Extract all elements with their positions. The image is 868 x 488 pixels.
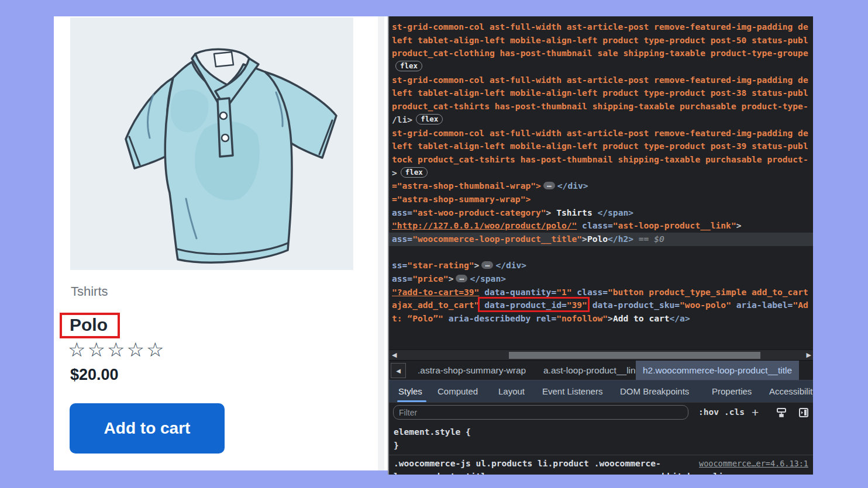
dom-tree-line[interactable] [389, 246, 813, 259]
dom-tree-line[interactable]: "http://127.0.0.1/woo/product/polo/" cla… [389, 219, 813, 233]
dom-tree-line-selected[interactable]: ass="woocommerce-loop-product__title">Po… [389, 233, 813, 246]
dom-tree-line[interactable]: left tablet-align-left mobile-align-left… [389, 140, 813, 153]
dom-tree-line[interactable]: ass="price">…</span> [389, 272, 813, 286]
dom-tree-line[interactable]: /li>flex [389, 113, 813, 127]
dom-tree-line[interactable]: left tablet-align-left mobile-align-left… [389, 86, 813, 100]
element-style-rule[interactable]: element.style { [394, 427, 471, 437]
dom-tree-line[interactable]: "?add-to-cart=39" data-quantity="1" clas… [389, 286, 813, 299]
dom-tree-line[interactable]: st-grid-common-col ast-full-width ast-ar… [389, 127, 813, 140]
breadcrumb-back-button[interactable]: ◀ [391, 363, 406, 378]
breadcrumb: ◀ .astra-shop-summary-wrapa.ast-loop-pro… [389, 360, 813, 380]
dom-tree-line[interactable]: tock product_cat-tshirts has-post-thumbn… [389, 153, 813, 167]
dom-tree-line[interactable]: >flex [389, 167, 813, 180]
clipped-css-line: loop-product__title -webkit-box-align [389, 471, 813, 475]
star-rating: ☆☆☆☆☆ [68, 338, 166, 361]
browser-page: Tshirts Polo ☆☆☆☆☆ $20.00 Add to cart [54, 16, 388, 470]
devtools-tabs: StylesComputedLayoutEvent ListenersDOM B… [389, 380, 813, 402]
dom-tree-line[interactable]: flex [389, 60, 813, 74]
element-style-close-brace: } [394, 440, 399, 450]
dom-tree: st-grid-common-col ast-full-width ast-ar… [389, 16, 813, 349]
scrollbar-thumb[interactable] [509, 352, 760, 359]
product-title-link[interactable]: Polo [70, 315, 108, 335]
tab-computed[interactable]: Computed [438, 380, 478, 403]
flex-badge[interactable]: flex [401, 167, 428, 178]
devtools-panel: st-grid-common-col ast-full-width ast-ar… [388, 16, 813, 475]
dom-tree-line[interactable]: left tablet-align-left mobile-align-left… [389, 34, 813, 47]
expand-children-ellipsis-button[interactable]: … [543, 182, 555, 189]
tab-styles[interactable]: Styles [398, 380, 422, 403]
filter-input[interactable] [393, 405, 688, 420]
breadcrumb-item[interactable]: .astra-shop-summary-wrap [411, 361, 533, 380]
new-style-rule-button[interactable]: + [752, 403, 759, 423]
toggle-element-classes-button[interactable]: .cls [724, 403, 745, 423]
breadcrumb-item[interactable]: h2.woocommerce-loop-product__title [636, 361, 799, 380]
horizontal-scrollbar[interactable]: ◀ ▶ [389, 349, 813, 360]
tab-properties[interactable]: Properties [712, 380, 752, 403]
dom-tree-line[interactable]: ="astra-shop-summary-wrap"> [389, 193, 813, 206]
styles-filter-bar: :hov .cls + [389, 402, 813, 422]
toggle-pseudo-state-button[interactable]: :hov [698, 403, 719, 423]
dom-tree-line[interactable]: ss="star-rating">…</div> [389, 259, 813, 272]
add-to-cart-button[interactable]: Add to cart [70, 403, 225, 454]
dom-tree-line[interactable]: ="astra-shop-thumbnail-wrap">…</div> [389, 179, 813, 193]
product-image[interactable] [70, 18, 353, 270]
polo-shirt-illustration [70, 18, 353, 270]
css-rule-selector[interactable]: .woocommerce-js ul.products li.product .… [394, 458, 661, 468]
dom-tree-line[interactable]: product_cat-tshirts has-post-thumbnail s… [389, 100, 813, 113]
tab-event-listeners[interactable]: Event Listeners [542, 380, 602, 403]
product-category-link[interactable]: Tshirts [71, 284, 108, 299]
dock-side-icon[interactable] [798, 407, 809, 418]
dom-tree-line[interactable]: ajax_add_to_cart" data-product_id="39" d… [389, 299, 813, 312]
styles-pane: element.style { } .woocommerce-js ul.pro… [389, 422, 813, 475]
dom-tree-line[interactable]: t: “Polo”" aria-describedby rel="nofollo… [389, 312, 813, 326]
flex-badge[interactable]: flex [416, 114, 443, 124]
screenshot-frame: Tshirts Polo ☆☆☆☆☆ $20.00 Add to cart st… [0, 0, 868, 488]
page-scrollbar[interactable] [378, 16, 384, 470]
expand-children-ellipsis-button[interactable]: … [481, 261, 493, 269]
tab-layout[interactable]: Layout [498, 380, 525, 403]
annotation-red-box-product-id: data-product_id="39" [479, 300, 587, 310]
dom-tree-line[interactable]: st-grid-common-col ast-full-width ast-ar… [389, 74, 813, 87]
tab-accessibility[interactable]: Accessibility [769, 380, 813, 403]
dom-tree-line[interactable]: product_cat-clothing has-post-thumbnail … [389, 47, 813, 60]
dom-tree-line[interactable]: ass="ast-woo-product-category"> Tshirts … [389, 206, 813, 220]
product-price: $20.00 [70, 366, 119, 384]
css-rule-source-link[interactable]: woocommerce…er=4.6.13:1 [699, 459, 808, 468]
scroll-left-arrow-icon[interactable]: ◀ [392, 351, 397, 359]
flex-badge[interactable]: flex [395, 61, 422, 71]
divider [389, 455, 813, 455]
expand-children-ellipsis-button[interactable]: … [456, 275, 467, 282]
tab-dom-breakpoints[interactable]: DOM Breakpoints [620, 380, 689, 403]
dom-tree-line[interactable]: st-grid-common-col ast-full-width ast-ar… [389, 20, 813, 34]
breadcrumb-item[interactable]: a.ast-loop-product__link [536, 361, 647, 380]
scroll-right-arrow-icon[interactable]: ▶ [807, 351, 811, 359]
paint-format-icon[interactable] [776, 407, 787, 418]
